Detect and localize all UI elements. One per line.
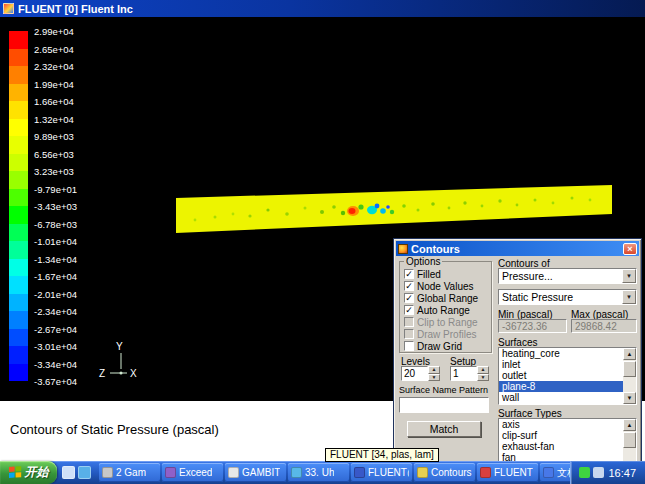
scroll-thumb[interactable] [623, 432, 636, 448]
colorbar-value: -6.78e+03 [34, 219, 94, 237]
taskbar-button[interactable]: FLUENT@ [351, 463, 412, 482]
options-list: ✓Filled✓Node Values✓Global Range✓Auto Ra… [400, 268, 491, 352]
chevron-down-icon[interactable]: ▼ [622, 290, 636, 304]
colorbar-block [9, 101, 28, 119]
colorbar-value: -2.34e+04 [34, 306, 94, 324]
taskbar-button[interactable]: Exceed [162, 463, 223, 482]
checkbox-icon[interactable]: ✓ [404, 305, 414, 315]
tray-icons [579, 467, 604, 478]
colorbar-value: -3.43e+03 [34, 201, 94, 219]
taskbar-button[interactable]: GAMBIT [225, 463, 286, 482]
colorbar-block [9, 154, 28, 172]
field-dropdown[interactable]: Static Pressure ▼ [498, 289, 637, 305]
colorbar-labels: 2.99e+042.65e+042.32e+041.99e+041.66e+04… [34, 26, 94, 394]
colorbar-value: -3.01e+04 [34, 341, 94, 359]
window-titlebar[interactable]: FLUENT [0] Fluent Inc [0, 0, 645, 17]
list-item-plane-8[interactable]: plane-8 [499, 381, 623, 392]
list-item-outlet[interactable]: outlet [499, 370, 623, 381]
taskbar-button[interactable]: 33. Uh [288, 463, 349, 482]
colorbar-block [9, 206, 28, 224]
colorbar-value: -1.67e+04 [34, 271, 94, 289]
show-desktop-icon[interactable] [62, 466, 75, 479]
setup-spin-buttons[interactable]: ▲ ▼ [477, 366, 489, 381]
setup-spinner[interactable]: 1 ▲ ▼ [450, 366, 489, 381]
levels-spinner[interactable]: 20 ▲ ▼ [401, 366, 440, 381]
checkbox-label: Clip to Range [417, 317, 478, 328]
taskbar-button[interactable]: Contours [414, 463, 475, 482]
levels-spin-buttons[interactable]: ▲ ▼ [428, 366, 440, 381]
spin-up-icon[interactable]: ▲ [428, 366, 440, 374]
contours-of-dropdown[interactable]: Pressure... ▼ [498, 268, 637, 284]
setup-value[interactable]: 1 [450, 366, 477, 381]
taskbar-button[interactable]: 文档1 1 [540, 463, 570, 482]
colorbar-value: 2.32e+04 [34, 61, 94, 79]
colorbar-block [9, 276, 28, 294]
fluent-app-icon [3, 3, 14, 14]
colorbar-value: 1.99e+04 [34, 79, 94, 97]
checkbox-icon[interactable]: ✓ [404, 281, 414, 291]
spin-down-icon[interactable]: ▼ [428, 374, 440, 382]
option-filled[interactable]: ✓Filled [400, 268, 491, 280]
option-auto-range[interactable]: ✓Auto Range [400, 304, 491, 316]
taskbar-button-label: FLUENT@ [368, 467, 409, 478]
list-item-clip-surf[interactable]: clip-surf [499, 430, 623, 441]
system-tray: 16:47 [570, 461, 645, 484]
contours-dialog-titlebar[interactable]: Contours × [396, 241, 639, 256]
surface-name-pattern-input[interactable] [399, 397, 489, 413]
taskbar-buttons: 2 GamExceedGAMBIT33. UhFLUENT@ContoursFL… [99, 463, 570, 482]
surfaces-scrollbar[interactable]: ▲ ▼ [623, 348, 636, 404]
option-node-values[interactable]: ✓Node Values [400, 280, 491, 292]
taskbar-button-label: 文档1 1 [557, 466, 570, 480]
colorbar-block [9, 49, 28, 67]
taskbar-button-label: FLUENT [494, 467, 533, 478]
surfaces-list: heating_coreinletoutletplane-8wall [499, 348, 636, 403]
contours-dialog-icon [398, 244, 408, 254]
colorbar-blocks [9, 31, 28, 381]
colorbar-value: 3.23e+03 [34, 166, 94, 184]
list-item-inlet[interactable]: inlet [499, 359, 623, 370]
scroll-thumb[interactable] [623, 361, 636, 377]
checkbox-label: Auto Range [417, 305, 470, 316]
surface-name-pattern-label: Surface Name Pattern [399, 385, 488, 395]
spin-up-icon[interactable]: ▲ [477, 366, 489, 374]
taskbar-button[interactable]: FLUENT [477, 463, 538, 482]
colorbar-value: -1.01e+04 [34, 236, 94, 254]
taskbar-button[interactable]: 2 Gam [99, 463, 160, 482]
option-global-range[interactable]: ✓Global Range [400, 292, 491, 304]
field-value: Static Pressure [499, 291, 622, 303]
checkbox-icon[interactable] [404, 341, 414, 351]
close-icon[interactable]: × [623, 243, 637, 255]
list-item-axis[interactable]: axis [499, 419, 623, 430]
volume-icon[interactable] [593, 467, 604, 478]
colorbar-block [9, 189, 28, 207]
chevron-down-icon[interactable]: ▼ [622, 269, 636, 283]
colorbar-block [9, 241, 28, 259]
checkbox-icon[interactable]: ✓ [404, 269, 414, 279]
match-button[interactable]: Match [407, 421, 481, 437]
taskbar-button-icon [543, 467, 554, 478]
contours-dialog-title: Contours [411, 243, 620, 255]
colorbar-value: -3.34e+04 [34, 359, 94, 377]
scroll-down-icon[interactable]: ▼ [623, 392, 636, 404]
antivirus-icon[interactable] [579, 467, 590, 478]
option-draw-profiles: Draw Profiles [400, 328, 491, 340]
colorbar-block [9, 224, 28, 242]
list-item-heating_core[interactable]: heating_core [499, 348, 623, 359]
list-item-exhaust-fan[interactable]: exhaust-fan [499, 441, 623, 452]
taskbar-button-icon [228, 467, 239, 478]
start-button[interactable]: 开始 [0, 461, 57, 484]
checkbox-icon[interactable]: ✓ [404, 293, 414, 303]
internet-icon[interactable] [78, 466, 91, 479]
taskbar: 开始 2 GamExceedGAMBIT33. UhFLUENT@Contour… [0, 461, 645, 484]
colorbar-value: 9.89e+03 [34, 131, 94, 149]
option-draw-grid[interactable]: Draw Grid [400, 340, 491, 352]
fluent-window: FLUENT [0] Fluent Inc [0, 0, 645, 484]
scroll-up-icon[interactable]: ▲ [623, 419, 636, 431]
colorbar-value: 1.66e+04 [34, 96, 94, 114]
list-item-wall[interactable]: wall [499, 392, 623, 403]
levels-value[interactable]: 20 [401, 366, 428, 381]
colorbar-block [9, 259, 28, 277]
spin-down-icon[interactable]: ▼ [477, 374, 489, 382]
taskbar-button-label: Exceed [179, 467, 212, 478]
scroll-up-icon[interactable]: ▲ [623, 348, 636, 360]
